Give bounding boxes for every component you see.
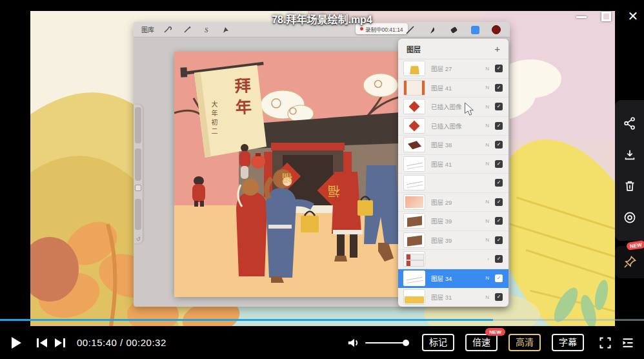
share-icon[interactable] xyxy=(623,116,637,130)
adjustments-icon[interactable] xyxy=(183,26,192,34)
undo-button[interactable]: ↺ xyxy=(134,236,143,242)
layer-visibility-checkbox[interactable]: ✓ xyxy=(495,274,503,282)
layer-blend-mode[interactable]: › xyxy=(487,256,489,262)
layer-visibility-checkbox[interactable]: ✓ xyxy=(495,84,503,92)
banner-text: 拜年 xyxy=(229,77,254,120)
layer-blend-mode[interactable]: N xyxy=(485,142,489,148)
minimize-button[interactable] xyxy=(576,16,587,18)
layer-visibility-checkbox[interactable]: ✓ xyxy=(495,65,503,72)
layer-visibility-checkbox[interactable]: ✓ xyxy=(495,179,503,187)
layer-blend-mode[interactable]: N xyxy=(485,85,489,90)
fullscreen-icon[interactable] xyxy=(599,336,612,349)
layer-row[interactable]: 图层 29N✓ xyxy=(398,193,508,212)
player-button[interactable]: 字幕 xyxy=(552,334,584,351)
drawing-canvas[interactable]: 拜年 大年初二 福 福 xyxy=(174,52,400,297)
player-controls: 00:15:40 / 00:20:32 标记倍速NEW高清字幕 xyxy=(0,326,644,359)
layer-blend-mode[interactable]: N xyxy=(485,123,489,128)
layer-thumbnail xyxy=(403,80,425,96)
add-layer-button[interactable]: + xyxy=(494,44,500,54)
layer-blend-mode[interactable]: N xyxy=(485,104,489,110)
player-button[interactable]: 高清 xyxy=(508,334,541,351)
layer-name: 已插入图像 xyxy=(431,102,485,111)
layer-visibility-checkbox[interactable]: ✓ xyxy=(495,122,503,130)
video-player-window: 78.拜年场景绘制.mp4 ✕ xyxy=(0,0,644,359)
slider-track[interactable] xyxy=(135,199,141,230)
layer-row[interactable]: 图层 39N✓ xyxy=(398,231,508,251)
modify-button[interactable] xyxy=(135,185,141,191)
layer-row[interactable]: 图层 31N✓ xyxy=(398,288,508,307)
layer-row[interactable]: 图层 38N✓ xyxy=(398,136,508,155)
download-icon[interactable] xyxy=(623,148,637,162)
layer-row[interactable]: 已插入图像N✓ xyxy=(398,97,508,117)
layer-blend-mode[interactable]: N xyxy=(485,294,489,300)
layer-visibility-checkbox[interactable]: ✓ xyxy=(495,217,503,225)
layer-visibility-checkbox[interactable]: ✓ xyxy=(495,198,503,206)
layer-thumbnail xyxy=(403,118,425,134)
layer-visibility-checkbox[interactable]: ✓ xyxy=(495,141,503,149)
wrench-icon[interactable] xyxy=(163,26,172,34)
selection-icon[interactable]: S xyxy=(202,26,211,34)
close-button[interactable]: ✕ xyxy=(625,8,641,25)
pin-icon[interactable] xyxy=(622,254,638,270)
player-buttons: 标记倍速NEW高清字幕 xyxy=(422,334,595,351)
layer-row[interactable]: ›✓ xyxy=(398,250,508,269)
layer-name: 图层 41 xyxy=(431,159,485,169)
layer-row[interactable]: 图层 34N✓ xyxy=(398,269,508,289)
transform-icon[interactable] xyxy=(221,26,230,34)
layer-thumbnail xyxy=(403,99,425,114)
new-badge: NEW xyxy=(485,328,505,336)
layer-row[interactable]: 图层 41N✓ xyxy=(398,79,508,98)
player-button[interactable]: 倍速 xyxy=(465,334,498,351)
previous-button[interactable] xyxy=(36,338,48,348)
player-button[interactable]: 标记 xyxy=(422,334,454,351)
layer-blend-mode[interactable]: N xyxy=(485,275,489,281)
layers-panel-title: 图层 xyxy=(407,44,421,54)
video-content[interactable]: 图库 S 录制中00:41:14 xyxy=(30,11,615,326)
pin-new-badge: NEW xyxy=(627,240,644,251)
side-toolbar xyxy=(615,100,644,241)
layer-visibility-checkbox[interactable]: ✓ xyxy=(495,293,503,301)
volume-knob[interactable] xyxy=(403,340,409,346)
layers-icon[interactable] xyxy=(471,26,479,34)
layer-name: 图层 27 xyxy=(431,64,485,73)
layer-visibility-checkbox[interactable]: ✓ xyxy=(495,103,503,110)
fu-character: 福 xyxy=(282,171,292,187)
maximize-button[interactable] xyxy=(601,12,611,21)
color-swatch[interactable] xyxy=(492,25,501,34)
brush-size-slider[interactable] xyxy=(135,107,141,143)
layer-blend-mode[interactable]: N xyxy=(485,218,489,224)
progress-bar[interactable] xyxy=(0,319,644,321)
layer-name: 图层 41 xyxy=(431,83,485,92)
next-button[interactable] xyxy=(54,338,66,348)
volume-icon[interactable] xyxy=(347,337,360,349)
layer-visibility-checkbox[interactable]: ✓ xyxy=(495,160,503,168)
banner-side-text: 大年初二 xyxy=(209,101,219,137)
layer-blend-mode[interactable]: N xyxy=(485,199,489,205)
layer-row[interactable]: 图层 27N✓ xyxy=(398,59,508,79)
layer-thumbnail xyxy=(403,289,425,305)
layer-thumbnail xyxy=(403,251,425,267)
layers-list: 图层 27N✓图层 41N✓已插入图像N✓已插入图像N✓图层 38N✓图层 41… xyxy=(398,59,508,307)
layer-row[interactable]: 已插入图像N✓ xyxy=(398,117,508,136)
layer-row[interactable]: ✓ xyxy=(398,174,508,193)
layer-blend-mode[interactable]: N xyxy=(485,161,489,167)
layer-name: 图层 29 xyxy=(431,198,485,207)
layers-panel-header: 图层 + xyxy=(398,39,508,59)
layer-blend-mode[interactable]: N xyxy=(485,66,489,72)
layer-row[interactable]: 图层 41N✓ xyxy=(398,155,508,174)
layer-thumbnail xyxy=(403,213,425,229)
layer-blend-mode[interactable]: N xyxy=(485,237,489,243)
playlist-icon[interactable] xyxy=(621,336,635,349)
volume-slider[interactable] xyxy=(365,338,409,347)
record-icon[interactable] xyxy=(623,210,637,225)
brush-opacity-slider[interactable] xyxy=(135,149,141,181)
layer-thumbnail xyxy=(403,61,425,76)
layer-visibility-checkbox[interactable]: ✓ xyxy=(495,255,503,263)
fu-character: 福 xyxy=(328,183,340,201)
trash-icon[interactable] xyxy=(623,179,637,193)
layer-row[interactable]: 图层 39N✓ xyxy=(398,212,508,231)
video-title: 78.拜年场景绘制.mp4 xyxy=(0,11,644,26)
pin-toolbar-block: NEW xyxy=(615,246,644,278)
play-button[interactable] xyxy=(10,336,22,349)
layer-visibility-checkbox[interactable]: ✓ xyxy=(495,236,503,244)
